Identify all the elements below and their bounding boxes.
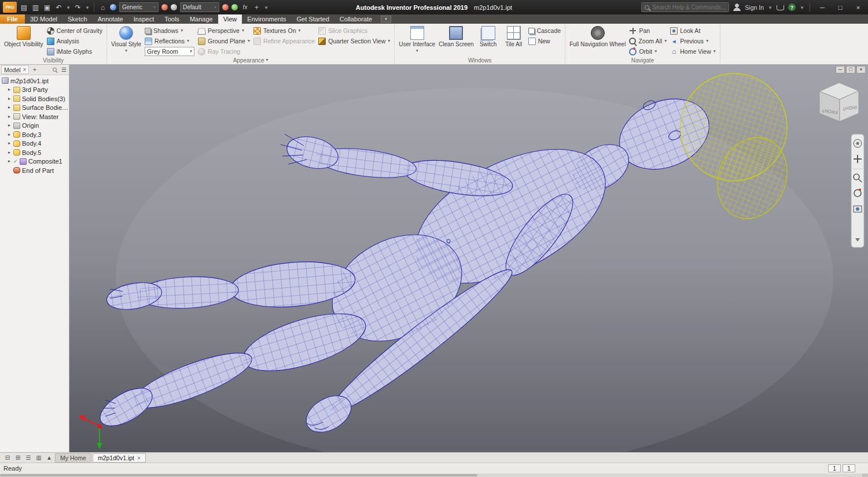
chevron-right-icon[interactable]: ▸ [7,159,12,164]
shadows-button[interactable]: Shadows ▾ [145,26,194,35]
home-view-button[interactable]: ⌂ Home View ▾ [670,47,716,56]
list-view-icon[interactable]: ☰ [24,453,33,462]
help-icon[interactable]: ? [788,3,796,11]
render-icon[interactable] [110,4,116,10]
tree-item-body-4[interactable]: ▸ Body.4 [0,139,69,149]
navbar-look-at-icon[interactable] [854,206,862,212]
analysis-button[interactable]: Analysis [47,36,102,46]
tab-collaborate[interactable]: Collaborate [334,14,377,24]
slice-graphics-button[interactable]: Slice Graphics [318,26,390,35]
doc-restore-button[interactable]: □ [846,66,855,73]
reflections-button[interactable]: Reflections ▾ [145,36,194,46]
qat-dropdown-icon[interactable]: ▾ [264,3,269,12]
room-style-combo[interactable]: Grey Room ▾ [145,47,194,56]
scrollbar-thumb[interactable] [0,474,477,476]
view-cube[interactable]: FRONT RIGHT [819,83,859,121]
tree-item-end-of-part[interactable]: End of Part [0,166,69,175]
center-of-gravity-button[interactable]: Center of Gravity [47,26,102,35]
chevron-right-icon[interactable]: ▸ [7,114,12,119]
full-navigation-wheel-button[interactable]: Full Navigation Wheel [568,25,627,49]
tab-environments[interactable]: Environments [242,14,291,24]
perspective-button[interactable]: Perspective ▾ [198,26,250,35]
zoom-all-button[interactable]: Zoom All ▾ [629,36,667,46]
cascade-button[interactable]: Cascade [528,26,561,35]
save-icon[interactable]: ▣ [43,3,52,12]
tree-item-solid-bodies[interactable]: ▸ Solid Bodies(3) [0,94,69,103]
close-button[interactable]: × [851,2,865,13]
parameters-fx-icon[interactable]: fx [241,3,249,12]
add-command-icon[interactable]: + [252,3,261,12]
tree-item-body-5[interactable]: ▸ Body.5 [0,148,69,157]
adjust-red-icon[interactable] [222,4,229,10]
inventor-logo[interactable]: PRO [3,2,17,13]
tab-manage[interactable]: Manage [185,14,218,24]
chevron-right-icon[interactable]: ▸ [7,87,12,92]
undo-dropdown-icon[interactable]: ▾ [66,3,71,12]
open-file-icon[interactable]: ▥ [31,3,40,12]
tree-item-composite-1[interactable]: ▸ ✓ Composite1 [0,157,69,167]
doc-tab-my-home[interactable]: My Home [55,453,91,463]
browser-menu-icon[interactable]: ☰ [60,66,68,74]
tree-item-origin[interactable]: ▸ Origin [0,121,69,131]
sign-in-dropdown-icon[interactable]: ▾ [768,3,773,12]
orbit-button[interactable]: Orbit ▾ [629,47,667,56]
appearance-sphere-icon[interactable] [171,4,177,10]
chevron-right-icon[interactable]: ▸ [7,150,12,155]
sign-in-button[interactable]: Sign In [745,4,764,11]
object-visibility-button[interactable]: Object Visibility [2,25,45,49]
chevron-right-icon[interactable]: ▸ [7,97,12,101]
group-label-appearance[interactable]: Appearance ▾ [107,57,394,64]
material-adjust-icon[interactable] [161,4,168,10]
search-input[interactable] [652,4,729,10]
browser-tab-close-icon[interactable]: × [23,67,27,73]
ray-tracing-button[interactable]: Ray Tracing [198,47,250,56]
switch-button[interactable]: Switch [476,25,501,49]
minimize-button[interactable]: ─ [815,2,829,13]
tree-item-3rd-party[interactable]: ▸ 3rd Party [0,86,69,95]
material-select[interactable]: Generic ▾ [119,2,159,12]
store-cart-icon[interactable] [777,5,784,10]
browser-search-icon[interactable] [51,66,58,74]
visual-style-button[interactable]: Visual Style ▾ [109,25,143,54]
chevron-right-icon[interactable]: ▸ [7,132,12,137]
imate-glyphs-button[interactable]: iMate Glyphs [47,47,102,56]
previous-view-button[interactable]: ◄ Previous ▾ [670,36,716,46]
adjust-green-icon[interactable] [231,4,238,10]
ribbon-collapse-icon[interactable]: ▾ [381,16,391,23]
help-search-box[interactable] [641,2,729,12]
return-to-browser-icon[interactable]: ⊟ [3,453,12,462]
chevron-right-icon[interactable]: ▸ [7,105,12,110]
tile-all-button[interactable]: Tile All [501,25,527,49]
tab-3d-model[interactable]: 3D Model [25,14,62,24]
columns-view-icon[interactable]: ▥ [34,453,43,462]
browser-tab-model[interactable]: Model × [1,65,29,74]
browser-add-icon[interactable]: + [31,66,38,74]
quarter-section-view-button[interactable]: Quarter Section View ▾ [318,36,390,46]
tab-view[interactable]: View [218,14,242,24]
doc-tab-part[interactable]: m2p1d0v1.ipt × [93,453,146,463]
user-interface-button[interactable]: User Interface ▾ [397,25,437,54]
tab-annotate[interactable]: Annotate [93,14,128,24]
undo-icon[interactable]: ↶ [54,3,63,12]
refine-appearance-button[interactable]: Refine Appearance [253,36,315,46]
expand-panel-icon[interactable]: ▲ [45,453,54,462]
grid-view-icon[interactable]: ⊞ [13,453,23,462]
doc-close-button[interactable]: × [856,66,866,73]
new-file-icon[interactable]: ▤ [20,3,28,12]
ground-plane-button[interactable]: Ground Plane ▾ [198,36,250,46]
look-at-button[interactable]: Look At [670,26,716,35]
chevron-right-icon[interactable]: ▸ [7,123,12,128]
clean-screen-button[interactable]: Clean Screen [437,25,476,49]
doc-minimize-button[interactable]: ─ [836,66,845,73]
maximize-button[interactable]: □ [833,2,847,13]
tree-item-view-master[interactable]: ▸ View: Master [0,112,69,121]
pan-button[interactable]: Pan [629,26,667,35]
new-window-button[interactable]: New [528,36,561,46]
tree-item-root-part[interactable]: m2p1d0v1.ipt [0,76,69,86]
tree-item-surface-bodies[interactable]: ▸ Surface Bodies(1) [0,103,69,113]
help-dropdown-icon[interactable]: ▾ [800,3,804,12]
chevron-right-icon[interactable]: ▸ [7,141,12,146]
tab-file[interactable]: File [0,14,25,24]
redo-dropdown-icon[interactable]: ▾ [85,3,90,12]
textures-on-button[interactable]: Textures On ▾ [253,26,315,35]
